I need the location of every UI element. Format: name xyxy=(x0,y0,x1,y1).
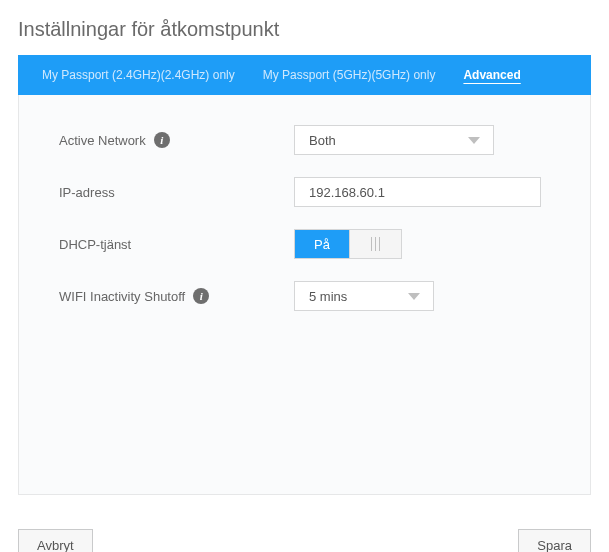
tab-2-4ghz[interactable]: My Passport (2.4GHz)(2.4GHz) only xyxy=(28,55,249,95)
dhcp-label: DHCP-tjänst xyxy=(59,237,131,252)
row-active-network: Active Network i Both xyxy=(59,125,550,155)
wifi-shutoff-value: 5 mins xyxy=(309,289,347,304)
cancel-button[interactable]: Avbryt xyxy=(18,529,93,552)
row-wifi-shutoff: WIFI Inactivity Shutoff i 5 mins xyxy=(59,281,550,311)
dhcp-toggle[interactable]: På xyxy=(294,229,402,259)
wifi-shutoff-label: WIFI Inactivity Shutoff xyxy=(59,289,185,304)
row-ip-address: IP-adress xyxy=(59,177,550,207)
footer: Avbryt Spara xyxy=(0,513,609,552)
chevron-down-icon xyxy=(467,135,481,145)
svg-marker-0 xyxy=(468,137,480,144)
wifi-shutoff-select[interactable]: 5 mins xyxy=(294,281,434,311)
ip-address-label: IP-adress xyxy=(59,185,115,200)
active-network-label: Active Network xyxy=(59,133,146,148)
dhcp-toggle-on: På xyxy=(295,230,349,258)
tab-advanced[interactable]: Advanced xyxy=(449,55,534,95)
settings-panel: Active Network i Both IP-adress xyxy=(18,95,591,495)
page-title: Inställningar för åtkomstpunkt xyxy=(18,18,591,41)
tab-5ghz[interactable]: My Passport (5GHz)(5GHz) only xyxy=(249,55,450,95)
info-icon[interactable]: i xyxy=(193,288,209,304)
row-dhcp: DHCP-tjänst På xyxy=(59,229,550,259)
active-network-select[interactable]: Both xyxy=(294,125,494,155)
ip-address-input[interactable] xyxy=(294,177,541,207)
info-icon[interactable]: i xyxy=(154,132,170,148)
dhcp-toggle-grip xyxy=(349,230,401,258)
chevron-down-icon xyxy=(407,291,421,301)
svg-marker-1 xyxy=(408,293,420,300)
active-network-value: Both xyxy=(309,133,336,148)
tab-bar: My Passport (2.4GHz)(2.4GHz) only My Pas… xyxy=(18,55,591,95)
save-button[interactable]: Spara xyxy=(518,529,591,552)
